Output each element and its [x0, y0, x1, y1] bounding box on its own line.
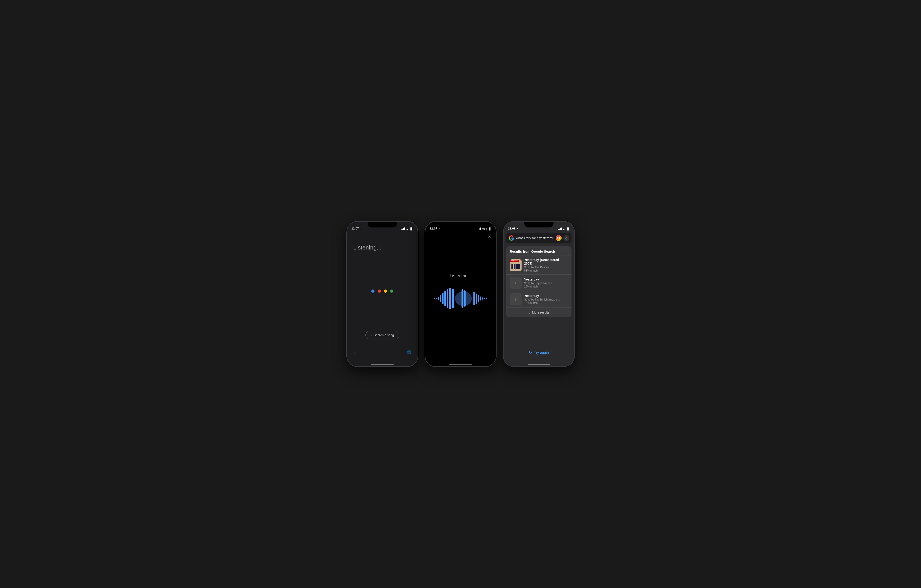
wave-blob — [455, 291, 472, 306]
search-query-text: what's this song yesterday — [516, 236, 554, 240]
try-again-label: Try again — [534, 351, 549, 355]
status-time: 12:08 ▲ — [508, 227, 519, 230]
notch — [524, 222, 553, 227]
status-icons: WiFi ▐▌ — [478, 227, 491, 230]
search-song-label: Search a song — [374, 333, 394, 337]
vol-down-button[interactable] — [425, 259, 425, 266]
result-item-3[interactable]: ♪ Yesterday Song by The British Invasion… — [506, 291, 571, 307]
mic-svg — [565, 236, 568, 240]
wifi-icon: WiFi — [482, 228, 487, 230]
time-display: 12:07 — [351, 227, 359, 230]
home-indicator — [449, 364, 472, 365]
phone3-screen: 12:08 ▲ ▲ ▐▌ w — [504, 222, 574, 366]
music-note-icon: ♪ — [370, 333, 372, 337]
battery-icon: ▐▌ — [410, 227, 413, 230]
beatles-figure — [514, 264, 516, 269]
wave-bar — [464, 291, 465, 307]
signal-icon — [558, 227, 561, 230]
search-right-icons — [556, 235, 569, 241]
wave-dot — [436, 298, 437, 299]
dot-yellow — [384, 289, 387, 292]
battery-icon: ▐▌ — [566, 227, 570, 230]
close-button[interactable]: ✕ — [488, 234, 491, 240]
battery-icon: ▐▌ — [488, 227, 491, 230]
vol-down-button[interactable] — [347, 259, 347, 266]
result-item-2[interactable]: ♪ Yesterday Song by Boyce Avenue 20% mat… — [506, 275, 571, 291]
wave-blob-area — [454, 287, 472, 310]
signal-bar-4 — [404, 227, 405, 230]
close-icon: ✕ — [488, 234, 491, 239]
status-icons: ▲ ▐▌ — [558, 227, 570, 230]
wifi-icon: ▲ — [406, 227, 408, 230]
power-button[interactable] — [496, 253, 496, 266]
try-again-button[interactable]: ↻ Try again — [529, 350, 549, 355]
result-match-2: 20% match — [524, 285, 568, 288]
wave-bar — [478, 295, 479, 302]
listening-label: Listening... — [353, 244, 382, 251]
result-item-1[interactable]: THE BEATLES Yesterday (Remastered 2009) … — [506, 255, 571, 275]
refresh-icon: ↻ — [529, 350, 532, 355]
result-thumbnail-2: ♪ — [510, 277, 522, 289]
wave-bar — [442, 293, 444, 304]
google-logo — [509, 235, 514, 241]
wave-bar — [480, 296, 481, 300]
svg-point-1 — [558, 237, 558, 238]
signal-icon — [478, 227, 481, 230]
lens-icon[interactable] — [556, 235, 561, 241]
signal-bar-2 — [402, 229, 403, 230]
power-button[interactable] — [418, 253, 418, 266]
result-info-2: Yesterday Song by Boyce Avenue 20% match — [524, 278, 568, 288]
vol-up-button[interactable] — [347, 249, 347, 256]
wave-bar — [476, 294, 477, 304]
wave-dot — [434, 298, 435, 299]
music-note-icon-2: ♪ — [514, 280, 517, 286]
search-song-button[interactable]: ♪ Search a song — [365, 331, 399, 339]
beatles-label-text: THE BEATLES — [510, 260, 519, 262]
beatles-figure — [516, 264, 518, 269]
phone-1: 12:07 ▲ ▲ ▐▌ Listening... ♪ — [347, 221, 418, 367]
wave-bar — [452, 289, 454, 309]
dot-blue — [371, 289, 374, 292]
beatles-figure — [518, 264, 520, 269]
more-results-row[interactable]: ⌄ More results — [506, 307, 571, 317]
home-indicator — [528, 364, 550, 365]
result-song-title-3: Yesterday — [524, 294, 568, 297]
wave-bar — [462, 289, 463, 308]
wave-dot — [484, 298, 485, 299]
vol-up-button[interactable] — [425, 249, 425, 256]
phone2-screen: 12:07 ▲ WiFi ▐▌ ✕ Listening... — [425, 222, 496, 366]
result-thumbnail-1: THE BEATLES — [510, 259, 522, 271]
wave-bar — [449, 288, 451, 309]
svg-rect-2 — [566, 237, 567, 238]
power-button[interactable] — [574, 253, 575, 266]
vol-down-button[interactable] — [503, 259, 503, 266]
wave-bar — [482, 297, 483, 300]
result-info-3: Yesterday Song by The British Invasions … — [524, 294, 568, 305]
listening-label: Listening... — [449, 273, 472, 278]
beatles-figures — [511, 264, 520, 269]
status-icons: ▲ ▐▌ — [402, 227, 413, 230]
google-dots — [371, 289, 393, 292]
result-artist-2: Song by Boyce Avenue — [524, 282, 568, 285]
lens-svg — [557, 236, 560, 240]
phone-2: 12:07 ▲ WiFi ▐▌ ✕ Listening... — [425, 221, 496, 367]
bottom-actions: ✕ 🌐 — [347, 350, 418, 355]
signal-bar-1 — [402, 229, 402, 230]
wave-bar — [440, 295, 441, 302]
wave-bar — [474, 292, 475, 305]
result-song-title-1: Yesterday (Remastered 2009) — [524, 258, 568, 265]
close-icon[interactable]: ✕ — [353, 350, 357, 355]
search-bar[interactable]: what's this song yesterday — [506, 233, 571, 243]
mic-icon[interactable] — [563, 235, 569, 241]
vol-up-button[interactable] — [503, 249, 503, 256]
globe-icon[interactable]: 🌐 — [407, 350, 412, 355]
signal-icon — [402, 227, 405, 230]
results-container: Results from Google Search THE BEATLES Y… — [506, 246, 571, 317]
wave-bar — [444, 291, 446, 306]
wave-bar — [447, 289, 448, 308]
wave-dot — [486, 298, 487, 299]
wave-bar — [438, 297, 439, 300]
beatles-figure — [511, 264, 513, 269]
result-thumbnail-3: ♪ — [510, 293, 522, 305]
location-icon: ▲ — [438, 227, 440, 230]
